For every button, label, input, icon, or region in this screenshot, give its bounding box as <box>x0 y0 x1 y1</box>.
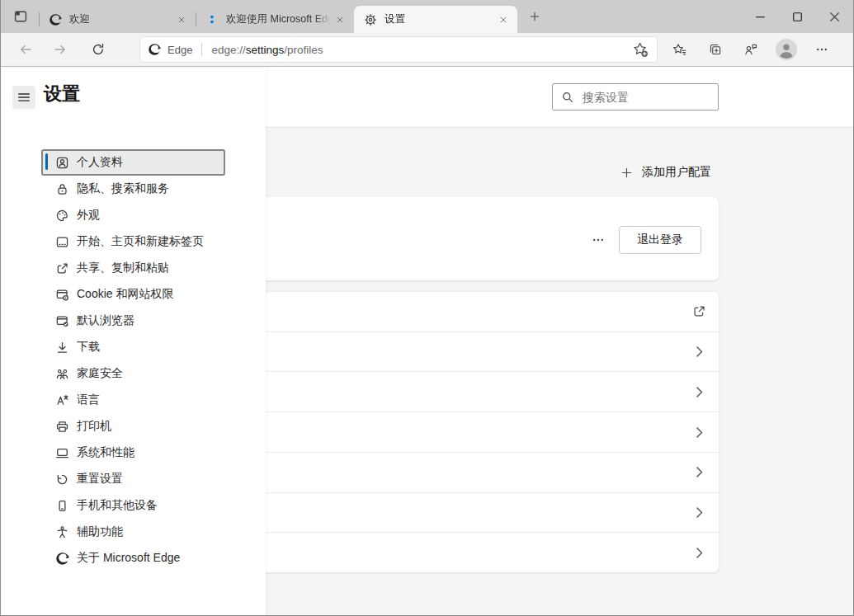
browser-tab[interactable]: 设置 <box>354 6 517 33</box>
settings-menu-item[interactable]: 外观 <box>41 202 225 228</box>
chevron-right-icon <box>692 385 706 399</box>
address-separator <box>201 43 202 56</box>
menu-item-label: 外观 <box>77 208 100 223</box>
settings-menu-item[interactable]: 家庭安全 <box>41 360 225 387</box>
sign-out-button[interactable]: 退出登录 <box>619 226 701 254</box>
settings-menu-item[interactable]: 默认浏览器 <box>41 308 225 334</box>
menu-item-label: 默认浏览器 <box>77 313 134 328</box>
settings-menu-item[interactable]: 共享、复制和粘贴 <box>41 255 225 281</box>
minimize-button[interactable] <box>742 0 779 33</box>
accessibility-icon <box>55 525 69 539</box>
settings-menu: 个人资料 隐私、搜索和服务 外观 开始、主页和新建标签页 <box>41 149 225 571</box>
refresh-icon[interactable] <box>85 36 111 63</box>
browser-toolbar: Edge edge://settings/profiles <box>1 33 853 67</box>
url-text[interactable]: edge://settings/profiles <box>211 44 631 56</box>
menu-item-label: 共享、复制和粘贴 <box>77 261 169 275</box>
profile-icon <box>55 156 69 170</box>
printers-icon <box>55 420 69 434</box>
close-button[interactable] <box>816 0 853 33</box>
profile-more-icon[interactable] <box>586 230 611 250</box>
settings-menu-item[interactable]: 关于 Microsoft Edge <box>41 545 225 571</box>
window-controls <box>742 0 853 33</box>
edge-icon <box>55 552 69 566</box>
tab-strip: 欢迎 欢迎使用 Microsoft Edg 设置 <box>1 0 853 33</box>
menu-item-label: 开始、主页和新建标签页 <box>77 234 204 249</box>
edge-icon <box>49 13 62 26</box>
chevron-right-icon <box>692 546 706 560</box>
tab-close-icon[interactable] <box>496 12 511 27</box>
settings-menu-item[interactable]: 下载 <box>41 334 225 360</box>
favorites-icon[interactable] <box>667 36 693 63</box>
tab-close-icon[interactable] <box>333 12 347 27</box>
family-icon <box>55 367 69 381</box>
menu-item-label: 辅助功能 <box>77 524 123 539</box>
appearance-icon <box>55 209 69 223</box>
share-icon <box>55 261 69 275</box>
menu-item-label: Cookie 和网站权限 <box>77 287 173 302</box>
settings-menu-item[interactable]: 重置设置 <box>41 466 225 492</box>
menu-item-label: 重置设置 <box>77 472 123 487</box>
menu-hamburger-icon[interactable] <box>12 86 35 109</box>
profile-avatar[interactable] <box>773 36 800 63</box>
chevron-right-icon <box>692 426 706 440</box>
settings-menu-item[interactable]: 开始、主页和新建标签页 <box>41 228 225 255</box>
menu-item-label: 家庭安全 <box>77 366 123 381</box>
menu-item-label: 关于 Microsoft Edge <box>77 551 180 566</box>
maximize-button[interactable] <box>779 0 816 33</box>
site-button-label[interactable]: Edge <box>167 44 192 56</box>
gear-icon <box>364 13 377 26</box>
phone-icon <box>55 499 69 513</box>
new-tab-icon[interactable] <box>524 6 545 27</box>
back-icon[interactable] <box>12 36 39 63</box>
settings-menu-item[interactable]: 手机和其他设备 <box>41 492 225 519</box>
start-icon <box>55 235 69 249</box>
languages-icon <box>55 393 69 407</box>
reset-icon <box>55 473 69 487</box>
selected-accent-bar <box>45 153 48 170</box>
settings-menu-item[interactable]: 个人资料 <box>41 149 225 176</box>
menu-item-label: 手机和其他设备 <box>77 498 158 513</box>
forward-icon[interactable] <box>47 36 73 63</box>
settings-menu-item[interactable]: 系统和性能 <box>41 440 225 466</box>
settings-search[interactable] <box>552 83 719 111</box>
settings-menu-item[interactable]: 语言 <box>41 387 225 413</box>
cookies-icon <box>55 288 69 302</box>
default-browser-icon <box>55 314 69 328</box>
settings-menu-item[interactable]: 辅助功能 <box>41 519 225 545</box>
search-icon <box>561 91 574 104</box>
add-favorite-icon[interactable] <box>631 40 649 59</box>
privacy-icon <box>55 182 69 196</box>
search-input[interactable] <box>583 91 732 104</box>
menu-item-label: 下载 <box>77 340 100 355</box>
tab-list: 欢迎 欢迎使用 Microsoft Edg 设置 <box>39 6 517 33</box>
more-menu-icon[interactable] <box>809 36 835 63</box>
system-icon <box>55 446 69 460</box>
collections-icon[interactable] <box>702 36 729 63</box>
page-title: 设置 <box>44 82 80 106</box>
welcome-dots-icon <box>205 13 219 26</box>
add-profile-button[interactable]: 添加用户配置 <box>620 162 711 182</box>
browser-tab[interactable]: 欢迎使用 Microsoft Edg <box>196 6 354 33</box>
add-profile-label: 添加用户配置 <box>642 165 711 180</box>
menu-item-label: 系统和性能 <box>77 445 134 460</box>
tab-title: 欢迎使用 Microsoft Edg <box>226 12 333 26</box>
external-link-icon <box>692 304 706 318</box>
downloads-icon <box>55 341 69 355</box>
settings-nav-drawer: 设置 个人资料 隐私、搜索和服务 外观 <box>1 68 266 615</box>
settings-menu-item[interactable]: 隐私、搜索和服务 <box>41 176 225 202</box>
maximize-icon <box>790 10 804 24</box>
browser-tab[interactable]: 欢迎 <box>39 6 196 33</box>
settings-menu-item[interactable]: 打印机 <box>41 413 225 440</box>
chevron-right-icon <box>692 465 706 479</box>
settings-menu-item[interactable]: Cookie 和网站权限 <box>41 281 225 308</box>
browser-window: 欢迎 欢迎使用 Microsoft Edg 设置 <box>0 0 854 616</box>
minimize-icon <box>753 10 767 24</box>
tab-title: 设置 <box>385 12 496 26</box>
address-bar[interactable]: Edge edge://settings/profiles <box>139 36 658 63</box>
tab-actions-icon[interactable] <box>9 5 32 28</box>
feedback-icon[interactable] <box>738 36 764 63</box>
menu-item-label: 语言 <box>77 393 100 407</box>
tab-title: 欢迎 <box>69 12 174 26</box>
settings-page: 添加用户配置 退出登录 <box>1 68 853 615</box>
tab-close-icon[interactable] <box>174 12 189 27</box>
